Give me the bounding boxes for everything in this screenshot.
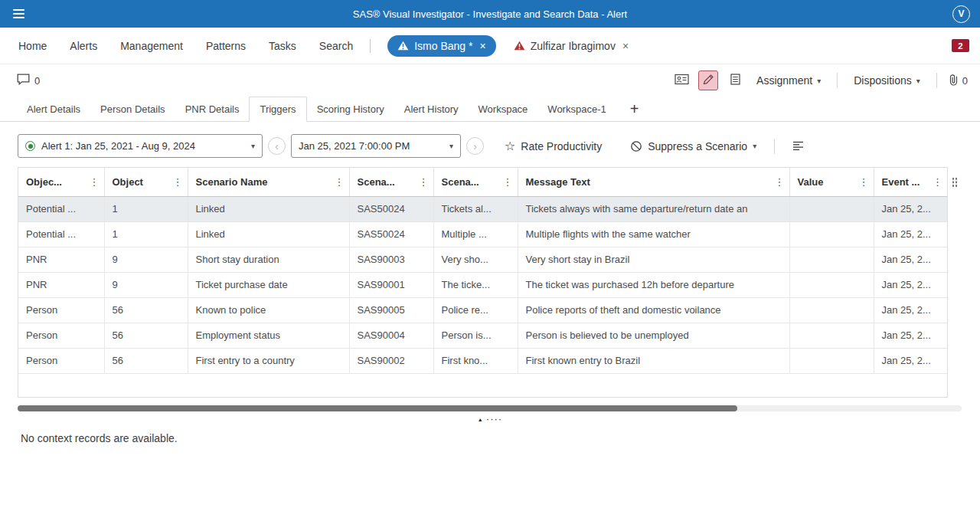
horizontal-scrollbar[interactable] xyxy=(18,405,962,411)
suppress-scenario-button[interactable]: Suppress a Scenario ▾ xyxy=(626,139,761,153)
chevron-down-icon: ▾ xyxy=(916,77,920,85)
notes-button[interactable] xyxy=(725,70,745,90)
horizontal-scrollbar-thumb[interactable] xyxy=(18,405,737,411)
column-menu-icon[interactable]: ⋮ xyxy=(419,176,429,188)
edit-mode-button[interactable] xyxy=(698,70,718,90)
column-header-objec[interactable]: Objec...⋮ xyxy=(18,168,104,196)
table-cell: First entry to a country xyxy=(188,348,349,373)
table-row[interactable]: PNR9Ticket purchase dateSAS90001The tick… xyxy=(18,272,947,297)
column-label: Objec... xyxy=(26,176,62,188)
next-event-button[interactable]: › xyxy=(466,137,484,155)
column-header-message-text[interactable]: Message Text⋮ xyxy=(518,168,789,196)
comment-count: 0 xyxy=(34,75,40,87)
table-row[interactable]: Person56Employment statusSAS90004Person … xyxy=(18,323,947,348)
table-cell: Person xyxy=(18,323,104,348)
context-panel-collapse-handle[interactable]: ▲ ···· xyxy=(0,417,980,422)
column-header-scena[interactable]: Scena...⋮ xyxy=(349,168,433,196)
table-cell xyxy=(789,348,874,373)
table-cell: SAS90001 xyxy=(349,272,433,297)
add-tab-button[interactable]: + xyxy=(622,101,647,116)
table-cell: First kno... xyxy=(433,348,518,373)
tab-alert-details[interactable]: Alert Details xyxy=(17,97,90,121)
app-title: SAS® Visual Investigator - Investigate a… xyxy=(0,8,980,20)
attachments-button[interactable]: 0 xyxy=(949,74,968,88)
tab-scoring-history[interactable]: Scoring History xyxy=(307,97,394,121)
table-cell: Jan 25, 2... xyxy=(874,247,947,272)
nav-item-alerts[interactable]: Alerts xyxy=(70,40,97,52)
assignment-dropdown[interactable]: Assignment ▾ xyxy=(752,74,825,87)
table-cell: The ticke... xyxy=(433,272,518,297)
table-cell: PNR xyxy=(18,272,104,297)
event-time-value: Jan 25, 2021 7:00:00 PM xyxy=(299,140,410,152)
dispositions-dropdown[interactable]: Dispositions ▾ xyxy=(849,74,925,87)
column-header-value[interactable]: Value⋮ xyxy=(789,168,874,196)
rate-productivity-button[interactable]: ☆ Rate Productivity xyxy=(500,139,606,153)
comment-icon xyxy=(17,74,30,87)
column-menu-icon[interactable]: ⋮ xyxy=(90,176,100,188)
table-cell: SAS90003 xyxy=(349,247,433,272)
column-header-scena[interactable]: Scena...⋮ xyxy=(433,168,518,196)
tab-alert-history[interactable]: Alert History xyxy=(394,97,469,121)
entity-card-button[interactable] xyxy=(671,70,691,90)
entity-tab-ismo-bang[interactable]: Ismo Bang *× xyxy=(387,35,495,57)
event-time-select[interactable]: Jan 25, 2021 7:00:00 PM ▾ xyxy=(291,134,461,158)
column-menu-icon[interactable]: ⋮ xyxy=(775,176,785,188)
column-header-scenario-name[interactable]: Scenario Name⋮ xyxy=(188,168,349,196)
column-menu-icon[interactable]: ⋮ xyxy=(933,176,942,188)
table-cell: Jan 25, 2... xyxy=(874,221,947,247)
column-header-event[interactable]: Event ...⋮ xyxy=(874,168,947,196)
menu-icon[interactable] xyxy=(0,0,35,28)
column-header-object[interactable]: Object⋮ xyxy=(104,168,188,196)
column-menu-icon[interactable]: ⋮ xyxy=(173,176,183,188)
nav-items: HomeAlertsManagementPatternsTasksSearch xyxy=(18,40,353,52)
action-bar-right: Assignment ▾ Dispositions ▾ 0 xyxy=(671,70,968,90)
context-empty-message: No context records are available. xyxy=(21,432,980,444)
nav-item-patterns[interactable]: Patterns xyxy=(206,40,246,52)
nav-item-search[interactable]: Search xyxy=(319,40,353,52)
table-row[interactable]: Person56First entry to a countrySAS90002… xyxy=(18,348,947,373)
nav-item-home[interactable]: Home xyxy=(18,40,47,52)
comments-button[interactable]: 0 xyxy=(17,74,40,87)
table-cell: SAS50024 xyxy=(349,221,433,247)
grid-options-button[interactable] xyxy=(788,136,808,156)
notification-badge[interactable]: 2 xyxy=(952,39,969,52)
table-cell: Police re... xyxy=(433,297,518,323)
table-row[interactable]: PNR9Short stay durationSAS90003Very sho.… xyxy=(18,247,947,272)
table-cell: SAS90002 xyxy=(349,348,433,373)
close-icon[interactable]: × xyxy=(479,40,485,52)
table-cell: Multiple flights with the same watcher xyxy=(518,221,789,247)
tab-pnr-details[interactable]: PNR Details xyxy=(175,97,250,121)
table-cell: 1 xyxy=(104,196,188,221)
tab-workspace-1[interactable]: Workspace-1 xyxy=(537,97,616,121)
nav-item-management[interactable]: Management xyxy=(120,40,183,52)
column-menu-icon[interactable]: ⋮ xyxy=(335,176,345,188)
vertical-scrollbar-grip[interactable] xyxy=(952,177,958,188)
avatar[interactable]: V xyxy=(952,5,970,23)
prev-event-button[interactable]: ‹ xyxy=(268,137,286,155)
column-menu-icon[interactable]: ⋮ xyxy=(859,176,869,188)
table-row[interactable]: Potential ...1LinkedSAS50024Multiple ...… xyxy=(18,221,947,247)
table-cell: Jan 25, 2... xyxy=(874,348,947,373)
tab-items: Alert DetailsPerson DetailsPNR DetailsTr… xyxy=(17,97,616,121)
avatar-initial: V xyxy=(958,8,964,19)
entity-tab-zulfizar-ibragimov[interactable]: Zulfizar Ibragimov× xyxy=(504,35,639,57)
alert-select-value: Alert 1: Jan 25, 2021 - Aug 9, 2024 xyxy=(41,140,195,152)
table-row[interactable]: Potential ...1LinkedSAS50024Tickets al..… xyxy=(18,196,947,221)
tab-workspace[interactable]: Workspace xyxy=(469,97,538,121)
chevron-down-icon: ▾ xyxy=(251,142,255,150)
tab-triggers[interactable]: Triggers xyxy=(249,97,306,122)
alert-select[interactable]: Alert 1: Jan 25, 2021 - Aug 9, 2024 ▾ xyxy=(18,134,263,158)
title-bar: SAS® Visual Investigator - Investigate a… xyxy=(0,0,980,28)
suppress-scenario-label: Suppress a Scenario xyxy=(648,140,747,152)
table-cell: Jan 25, 2... xyxy=(874,196,947,221)
nav-item-tasks[interactable]: Tasks xyxy=(269,40,296,52)
attachment-count: 0 xyxy=(962,75,968,87)
close-icon[interactable]: × xyxy=(622,40,629,52)
table-cell: Known to police xyxy=(188,297,349,323)
table-row[interactable]: Person56Known to policeSAS90005Police re… xyxy=(18,297,947,323)
table-cell: Very short stay in Brazil xyxy=(518,247,789,272)
column-label: Scena... xyxy=(358,176,395,188)
column-menu-icon[interactable]: ⋮ xyxy=(503,176,513,188)
tab-person-details[interactable]: Person Details xyxy=(90,97,175,121)
grid-header-row: Objec...⋮Object⋮Scenario Name⋮Scena...⋮S… xyxy=(18,168,947,196)
